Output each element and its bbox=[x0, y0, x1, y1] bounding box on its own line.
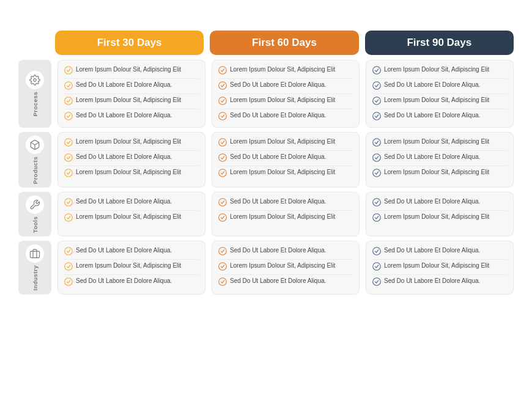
svg-point-32 bbox=[65, 278, 73, 286]
svg-point-23 bbox=[65, 199, 73, 207]
check-icon bbox=[218, 112, 227, 122]
check-icon bbox=[64, 112, 73, 122]
card-industry-col3: Sed Do Ut Labore Et Dolore Aliqua.Lorem … bbox=[366, 241, 514, 294]
card-products-col3: Lorem Ipsum Dolour Sit, Adipiscing ElitS… bbox=[366, 132, 514, 188]
check-icon bbox=[372, 112, 381, 122]
row-item: Lorem Ipsum Dolour Sit, Adipiscing Elit bbox=[64, 211, 199, 225]
row-text: Lorem Ipsum Dolour Sit, Adipiscing Elit bbox=[76, 96, 181, 104]
row-text: Sed Do Ut Labore Et Dolore Aliqua. bbox=[76, 197, 172, 206]
svg-point-25 bbox=[219, 199, 227, 207]
check-icon bbox=[218, 97, 227, 107]
svg-point-0 bbox=[34, 79, 37, 82]
row-text: Lorem Ipsum Dolour Sit, Adipiscing Elit bbox=[384, 137, 489, 146]
row-item: Sed Do Ut Labore Et Dolore Aliqua. bbox=[218, 151, 353, 166]
content-area: ProcessLorem Ipsum Dolour Sit, Adipiscin… bbox=[18, 60, 514, 299]
check-icon bbox=[64, 262, 73, 273]
row-text: Lorem Ipsum Dolour Sit, Adipiscing Elit bbox=[230, 96, 335, 104]
svg-point-17 bbox=[219, 139, 227, 147]
check-icon bbox=[372, 153, 381, 164]
svg-point-9 bbox=[373, 67, 381, 75]
category-group-industry: IndustrySed Do Ut Labore Et Dolore Aliqu… bbox=[18, 241, 514, 294]
check-icon bbox=[218, 213, 227, 224]
row-text: Sed Do Ut Labore Et Dolore Aliqua. bbox=[230, 277, 326, 285]
category-group-process: ProcessLorem Ipsum Dolour Sit, Adipiscin… bbox=[18, 60, 514, 128]
category-sidebar-process: Process bbox=[18, 60, 51, 128]
row-item: Lorem Ipsum Dolour Sit, Adipiscing Elit bbox=[218, 64, 353, 79]
svg-point-33 bbox=[219, 247, 227, 255]
card-products-col1: Lorem Ipsum Dolour Sit, Adipiscing ElitS… bbox=[57, 132, 205, 188]
row-text: Lorem Ipsum Dolour Sit, Adipiscing Elit bbox=[76, 137, 181, 146]
row-text: Lorem Ipsum Dolour Sit, Adipiscing Elit bbox=[76, 168, 181, 177]
card-products-col2: Lorem Ipsum Dolour Sit, Adipiscing ElitS… bbox=[212, 132, 360, 188]
row-text: Sed Do Ut Labore Et Dolore Aliqua. bbox=[230, 111, 326, 120]
row-item: Sed Do Ut Labore Et Dolore Aliqua. bbox=[372, 151, 507, 166]
row-item: Sed Do Ut Labore Et Dolore Aliqua. bbox=[372, 275, 507, 290]
category-icon-process bbox=[26, 71, 44, 89]
row-text: Sed Do Ut Labore Et Dolore Aliqua. bbox=[230, 246, 326, 255]
row-text: Lorem Ipsum Dolour Sit, Adipiscing Elit bbox=[230, 137, 335, 146]
row-item: Sed Do Ut Labore Et Dolore Aliqua. bbox=[372, 79, 507, 94]
row-item: Lorem Ipsum Dolour Sit, Adipiscing Elit bbox=[64, 260, 199, 275]
svg-point-30 bbox=[65, 247, 73, 255]
check-icon bbox=[64, 138, 73, 148]
svg-rect-29 bbox=[31, 252, 40, 258]
headers-row: First 30 DaysFirst 60 DaysFirst 90 Days bbox=[55, 31, 514, 55]
row-item: Lorem Ipsum Dolour Sit, Adipiscing Elit bbox=[218, 136, 353, 151]
row-item: Sed Do Ut Labore Et Dolore Aliqua. bbox=[372, 244, 507, 260]
row-text: Lorem Ipsum Dolour Sit, Adipiscing Elit bbox=[76, 262, 181, 270]
check-icon bbox=[64, 247, 73, 257]
check-icon bbox=[218, 198, 227, 208]
check-icon bbox=[64, 153, 73, 164]
check-icon bbox=[64, 81, 73, 92]
category-group-products: ProductsLorem Ipsum Dolour Sit, Adipisci… bbox=[18, 132, 514, 188]
row-text: Lorem Ipsum Dolour Sit, Adipiscing Elit bbox=[230, 65, 335, 74]
row-item: Lorem Ipsum Dolour Sit, Adipiscing Elit bbox=[218, 260, 353, 275]
svg-point-28 bbox=[373, 214, 381, 222]
check-icon bbox=[218, 277, 227, 288]
row-item: Sed Do Ut Labore Et Dolore Aliqua. bbox=[64, 196, 199, 211]
row-text: Sed Do Ut Labore Et Dolore Aliqua. bbox=[76, 111, 172, 120]
category-icon-products bbox=[26, 136, 44, 154]
svg-point-5 bbox=[219, 67, 227, 75]
svg-point-12 bbox=[373, 112, 381, 120]
card-process-col1: Lorem Ipsum Dolour Sit, Adipiscing ElitS… bbox=[57, 60, 205, 128]
svg-point-10 bbox=[373, 82, 381, 90]
svg-point-34 bbox=[219, 263, 227, 271]
card-tools-col2: Sed Do Ut Labore Et Dolore Aliqua.Lorem … bbox=[212, 192, 360, 236]
svg-point-24 bbox=[65, 214, 73, 222]
svg-point-4 bbox=[65, 112, 73, 120]
check-icon bbox=[218, 262, 227, 273]
card-tools-col1: Sed Do Ut Labore Et Dolore Aliqua.Lorem … bbox=[57, 192, 205, 236]
svg-point-7 bbox=[219, 97, 227, 105]
check-icon bbox=[64, 66, 73, 76]
row-text: Lorem Ipsum Dolour Sit, Adipiscing Elit bbox=[230, 168, 335, 177]
row-text: Lorem Ipsum Dolour Sit, Adipiscing Elit bbox=[384, 213, 489, 221]
row-text: Sed Do Ut Labore Et Dolore Aliqua. bbox=[384, 277, 480, 285]
row-item: Sed Do Ut Labore Et Dolore Aliqua. bbox=[218, 79, 353, 94]
row-item: Lorem Ipsum Dolour Sit, Adipiscing Elit bbox=[218, 211, 353, 225]
check-icon bbox=[372, 97, 381, 107]
row-item: Lorem Ipsum Dolour Sit, Adipiscing Elit bbox=[64, 166, 199, 181]
row-item: Sed Do Ut Labore Et Dolore Aliqua. bbox=[372, 196, 507, 211]
svg-point-3 bbox=[65, 97, 73, 105]
svg-point-19 bbox=[219, 169, 227, 177]
svg-point-1 bbox=[65, 67, 73, 75]
category-icon-industry bbox=[26, 244, 44, 263]
row-text: Sed Do Ut Labore Et Dolore Aliqua. bbox=[384, 153, 480, 161]
row-item: Sed Do Ut Labore Et Dolore Aliqua. bbox=[218, 196, 353, 211]
check-icon bbox=[64, 97, 73, 107]
category-icon-tools bbox=[26, 196, 44, 214]
svg-point-20 bbox=[373, 139, 381, 147]
row-item: Sed Do Ut Labore Et Dolore Aliqua. bbox=[372, 109, 507, 124]
svg-point-14 bbox=[65, 139, 73, 147]
row-text: Sed Do Ut Labore Et Dolore Aliqua. bbox=[76, 153, 172, 161]
svg-point-22 bbox=[373, 169, 381, 177]
row-text: Sed Do Ut Labore Et Dolore Aliqua. bbox=[384, 246, 480, 255]
row-text: Sed Do Ut Labore Et Dolore Aliqua. bbox=[384, 81, 480, 89]
row-item: Lorem Ipsum Dolour Sit, Adipiscing Elit bbox=[372, 260, 507, 275]
check-icon bbox=[218, 247, 227, 257]
main-layout: First 30 DaysFirst 60 DaysFirst 90 Days … bbox=[18, 31, 514, 299]
row-item: Sed Do Ut Labore Et Dolore Aliqua. bbox=[218, 109, 353, 124]
category-sidebar-products: Products bbox=[18, 132, 51, 188]
row-text: Sed Do Ut Labore Et Dolore Aliqua. bbox=[384, 197, 480, 206]
